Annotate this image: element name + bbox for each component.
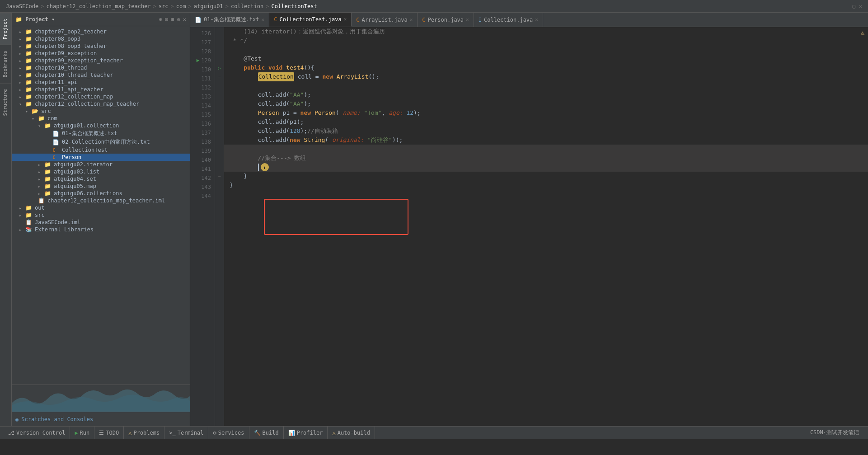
folder-icon: 📁 bbox=[25, 50, 33, 56]
tree-item-atguigu01[interactable]: ▾ 📁 atguigu01.collection bbox=[12, 122, 190, 129]
run-status[interactable]: ▶ Run bbox=[70, 427, 94, 439]
ln-139: 139 bbox=[190, 146, 211, 155]
folder-icon: 📁 bbox=[25, 79, 33, 85]
tree-item-chapter11t[interactable]: ▸ 📁 chapter11_api_teacher bbox=[12, 86, 190, 93]
path-collection: collection bbox=[231, 3, 263, 9]
tree-label: chapter10_thread bbox=[35, 65, 87, 71]
tree-item-com[interactable]: ▾ 📁 com bbox=[12, 115, 190, 122]
tab-txt-close[interactable]: ✕ bbox=[262, 17, 265, 23]
code-line-141: i bbox=[224, 163, 868, 172]
tree-item-chapter09[interactable]: ▸ 📁 chapter09_exception bbox=[12, 50, 190, 57]
tree-arrow: ▸ bbox=[19, 206, 25, 211]
tree-item-src[interactable]: ▾ 📂 src bbox=[12, 108, 190, 115]
tree-label: chapter08_oop3_teacher bbox=[35, 43, 107, 49]
tab-person-close[interactable]: ✕ bbox=[466, 17, 469, 23]
tree-item-out[interactable]: ▸ 📁 out bbox=[12, 204, 190, 211]
tree-arrow: ▸ bbox=[19, 94, 25, 99]
tab-arraylist[interactable]: C ArrayList.java ✕ bbox=[352, 13, 418, 27]
tree-arrow: ▾ bbox=[38, 123, 44, 128]
tree-item-chapter10[interactable]: ▸ 📁 chapter10_thread bbox=[12, 64, 190, 71]
tree-item-chapter11[interactable]: ▸ 📁 chapter11_api bbox=[12, 79, 190, 86]
title-bar: JavaSECode > chapter12_collection_map_te… bbox=[0, 0, 868, 13]
services-status[interactable]: ⚙ Services bbox=[208, 427, 249, 439]
collapse-icon[interactable]: ⊟ bbox=[165, 16, 168, 23]
code-line-143: } bbox=[224, 181, 868, 190]
ln-137: 137 bbox=[190, 128, 211, 137]
tab-collectiontest[interactable]: C CollectionTest.java ✕ bbox=[269, 13, 352, 27]
main-layout: Project Bookmarks Structure 📁 Project ▾ … bbox=[0, 13, 868, 426]
close-icon[interactable]: ✕ bbox=[183, 16, 186, 23]
code-line-142: } bbox=[224, 172, 868, 181]
tab-collection-close[interactable]: ✕ bbox=[535, 17, 538, 23]
tree-item-chapter12t[interactable]: ▾ 📁 chapter12_collection_map_teacher bbox=[12, 100, 190, 108]
bookmarks-tab[interactable]: Bookmarks bbox=[0, 45, 11, 83]
tree-item-iml[interactable]: 📋 JavaSECode.iml bbox=[12, 219, 190, 226]
add-icon[interactable]: ⊕ bbox=[159, 16, 162, 23]
gear-icon[interactable]: ⚙ bbox=[177, 16, 180, 23]
tree-item-srcroot[interactable]: ▸ 📁 src bbox=[12, 211, 190, 219]
ln-143: 143 bbox=[190, 183, 211, 192]
autobuild-status[interactable]: △ Auto-build bbox=[328, 427, 375, 439]
terminal-status[interactable]: >_ Terminal bbox=[164, 427, 208, 439]
ln-132: 132 bbox=[190, 83, 211, 92]
fold-130[interactable]: − bbox=[215, 72, 224, 81]
tree-item-extlibs[interactable]: ▸ 📚 External Libraries bbox=[12, 226, 190, 233]
tree-item-atguigu04[interactable]: ▸ 📁 atguigu04.set bbox=[12, 175, 190, 183]
tree-item-file01[interactable]: 📄 01-集合框架概述.txt bbox=[12, 129, 190, 138]
expand-icon[interactable]: ⊞ bbox=[171, 16, 174, 23]
tree-item-chapter08t[interactable]: ▸ 📁 chapter08_oop3_teacher bbox=[12, 42, 190, 50]
tree-item-atguigu06[interactable]: ▸ 📁 atguigu06.collections bbox=[12, 190, 190, 197]
tree-label: Person bbox=[62, 154, 81, 160]
tree-label: chapter12_collection_map_teacher.iml bbox=[47, 197, 165, 204]
project-tab[interactable]: Project bbox=[0, 13, 11, 45]
csdn-label: CSDN·测试开发笔记 bbox=[810, 429, 859, 436]
ln-141: 141 bbox=[190, 164, 211, 174]
run-button[interactable]: ▶ bbox=[197, 56, 200, 65]
ln-128: 128 bbox=[190, 47, 211, 56]
tab-collectiontest-close[interactable]: ✕ bbox=[344, 16, 347, 22]
text-cursor bbox=[258, 164, 259, 171]
tree-arrow: ▸ bbox=[19, 87, 25, 92]
tab-arraylist-close[interactable]: ✕ bbox=[410, 17, 413, 23]
tree-item-chapter10t[interactable]: ▸ 📁 chapter10_thread_teacher bbox=[12, 71, 190, 79]
wave-area bbox=[12, 385, 190, 412]
tree-item-chapter09t[interactable]: ▸ 📁 chapter09_exception_teacher bbox=[12, 57, 190, 64]
problems-status[interactable]: △ Problems bbox=[124, 427, 164, 439]
tree-item-colltest[interactable]: C CollectionTest bbox=[12, 146, 190, 154]
build-status[interactable]: 🔨 Build bbox=[249, 427, 284, 439]
tree-item-chapter12[interactable]: ▸ 📁 chapter12_collection_map bbox=[12, 93, 190, 100]
tree-arrow: ▸ bbox=[19, 66, 25, 70]
tab-txt[interactable]: 📄 01-集合框架概述.txt ✕ bbox=[190, 13, 269, 27]
tree-item-person[interactable]: C Person bbox=[12, 154, 190, 161]
profiler-status[interactable]: 📊 Profiler bbox=[284, 427, 328, 439]
code-content[interactable]: (14) iterator()：返回迭代器对象，用于集合遍历 * */ @Tes… bbox=[224, 27, 868, 426]
tab-collection[interactable]: I Collection.java ✕ bbox=[474, 13, 543, 27]
tab-person[interactable]: C Person.java ✕ bbox=[418, 13, 474, 27]
code-line-137: coll.add(128);//自动装箱 bbox=[224, 127, 868, 136]
tree-label: JavaSECode.iml bbox=[35, 219, 80, 225]
vcs-status[interactable]: ⎇ Version Control bbox=[4, 427, 70, 439]
fold-142[interactable]: − bbox=[215, 172, 224, 181]
todo-status[interactable]: ☰ TODO bbox=[94, 427, 124, 439]
tree-label: src bbox=[41, 108, 51, 114]
tree-item-atguigu05[interactable]: ▸ 📁 atguigu05.map bbox=[12, 183, 190, 190]
tree-item-iml12t[interactable]: 📋 chapter12_collection_map_teacher.iml bbox=[12, 197, 190, 204]
java-icon: C bbox=[52, 155, 61, 160]
structure-tab[interactable]: Structure bbox=[0, 83, 11, 122]
code-line-127: * */ bbox=[224, 36, 868, 45]
code-line-136: coll.add(p1); bbox=[224, 117, 868, 127]
tree-arrow: ▸ bbox=[38, 169, 44, 174]
tree-item-file02[interactable]: 📄 02-Collection中的常用方法.txt bbox=[12, 138, 190, 146]
txt-icon: 📄 bbox=[52, 131, 61, 137]
red-outline-box bbox=[264, 199, 408, 235]
tree-item-atguigu03[interactable]: ▸ 📁 atguigu03.list bbox=[12, 168, 190, 175]
scratches-consoles[interactable]: ◉ Scratches and Consoles bbox=[12, 412, 190, 426]
folder-icon: 📁 bbox=[25, 86, 33, 93]
folder-icon: 📁 bbox=[25, 72, 33, 78]
tree-item-atguigu02[interactable]: ▸ 📁 atguigu02.iterator bbox=[12, 161, 190, 168]
tree-item-chapter07[interactable]: ▸ 📁 chapter07_oop2_teacher bbox=[12, 28, 190, 35]
current-file: CollectionTest bbox=[272, 3, 317, 9]
tree-item-chapter08[interactable]: ▸ 📁 chapter08_oop3 bbox=[12, 35, 190, 42]
folder-icon: 📁 bbox=[25, 43, 33, 49]
autobuild-icon: △ bbox=[332, 430, 335, 436]
